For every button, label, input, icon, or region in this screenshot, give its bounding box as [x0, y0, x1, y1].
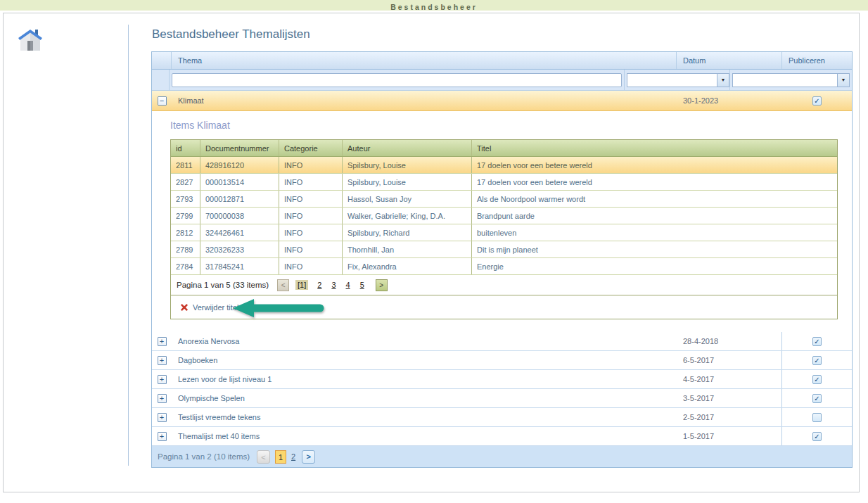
items-pager-status: Pagina 1 van 5 (33 items): [177, 281, 269, 289]
grid-header-row: Thema Datum Publiceren: [152, 52, 852, 70]
dropdown-arrow-icon: ▼: [721, 77, 726, 82]
page-container: Bestandsbeheer Themalijsten Thema Datum …: [3, 13, 860, 492]
table-row-dagboeken[interactable]: + Dagboeken 6-5-2017 ✓: [152, 351, 852, 370]
datum-dropdown-button[interactable]: ▼: [717, 74, 729, 87]
datum-filter-input[interactable]: [627, 74, 717, 87]
items-column-id[interactable]: id: [171, 140, 200, 156]
grid-filter-row: ▼ ▼: [152, 70, 852, 91]
grid-pager-current-page: 1: [275, 450, 286, 464]
column-header-thema[interactable]: Thema: [172, 52, 677, 69]
page-title: Bestandsbeheer Themalijsten: [152, 27, 310, 42]
home-button[interactable]: [16, 26, 44, 53]
row-date: 4-5-2017: [677, 370, 782, 388]
expand-button[interactable]: +: [158, 413, 167, 422]
publiceren-checkbox[interactable]: ✓: [812, 432, 822, 441]
item-row[interactable]: 2827 000013514 INFO Spilsbury, Louise 17…: [171, 174, 837, 191]
expand-button[interactable]: +: [158, 432, 167, 441]
row-date: 2-5-2017: [677, 408, 782, 426]
publiceren-checkbox[interactable]: ✓: [812, 96, 822, 106]
grid-pager-status: Pagina 1 van 2 (10 items): [158, 452, 250, 461]
items-pager: Pagina 1 van 5 (33 items) < [1] 2 3 4 5 …: [171, 275, 837, 295]
items-column-tit[interactable]: Titel: [472, 140, 837, 156]
app-header-bar: Bestandsbeheer: [0, 0, 868, 11]
items-column-cat[interactable]: Categorie: [279, 140, 343, 156]
delete-x-icon: [180, 303, 189, 312]
item-row[interactable]: 2812 324426461 INFO Spilsbury, Richard b…: [171, 224, 837, 241]
thema-filter-input[interactable]: [172, 73, 622, 87]
publiceren-checkbox[interactable]: ✓: [812, 337, 822, 346]
row-date: 1-5-2017: [677, 427, 782, 445]
item-row[interactable]: 2793 000012871 INFO Hassol, Susan Joy Al…: [171, 191, 837, 208]
publiceren-filter-combo: ▼: [732, 73, 850, 87]
publiceren-checkbox[interactable]: ✓: [812, 375, 822, 384]
collapse-button[interactable]: −: [158, 96, 167, 106]
row-label: Themalijst met 40 items: [172, 427, 677, 445]
table-row-themalijst-met-40-items[interactable]: + Themalijst met 40 items 1-5-2017 ✓: [152, 427, 852, 446]
column-header-datum[interactable]: Datum: [677, 52, 782, 69]
row-date: 30-1-2023: [677, 91, 782, 110]
row-label: Klimaat: [172, 91, 677, 110]
table-row-olympische-spelen[interactable]: + Olympische Spelen 3-5-2017 ✓: [152, 389, 852, 408]
item-row[interactable]: 2784 317845241 INFO Fix, Alexandra Energ…: [171, 258, 837, 275]
items-pager-page-link[interactable]: 5: [360, 281, 364, 289]
table-row-testlijst-vreemde-tekens[interactable]: + Testlijst vreemde tekens 2-5-2017: [152, 408, 852, 427]
column-header-publiceren[interactable]: Publiceren: [782, 52, 852, 69]
table-row-lezen-voor-de-lijst[interactable]: + Lezen voor de lijst niveau 1 4-5-2017 …: [152, 370, 852, 389]
items-pager-current-page: [1]: [295, 280, 308, 290]
publiceren-checkbox[interactable]: ✓: [812, 356, 822, 365]
items-pager-page-link[interactable]: 3: [331, 281, 336, 289]
table-row-anorexia-nervosa[interactable]: + Anorexia Nervosa 28-4-2018 ✓: [152, 332, 852, 351]
row-label: Testlijst vreemde tekens: [172, 408, 677, 426]
sidebar-divider: [128, 25, 129, 466]
grid-pager-next-button[interactable]: >: [302, 450, 315, 464]
dropdown-arrow-icon: ▼: [841, 77, 846, 82]
row-label: Lezen voor de lijst niveau 1: [172, 370, 677, 388]
publiceren-dropdown-button[interactable]: ▼: [837, 74, 849, 87]
row-label: Olympische Spelen: [172, 389, 677, 407]
item-row[interactable]: 2789 320326233 INFO Thornhill, Jan Dit i…: [171, 241, 837, 258]
datum-filter-combo: ▼: [627, 73, 729, 87]
table-row-klimaat[interactable]: − Klimaat 30-1-2023 ✓: [152, 91, 852, 111]
item-row[interactable]: 2799 700000038 INFO Walker, Gabrielle; K…: [171, 208, 837, 224]
expand-button[interactable]: +: [158, 337, 167, 346]
items-pager-page-link[interactable]: 4: [346, 281, 350, 289]
grid-header-expand-cell: [152, 52, 172, 69]
item-row[interactable]: 2811 428916120 INFO Spilsbury, Louise 17…: [171, 157, 837, 174]
publiceren-filter-input[interactable]: [733, 74, 837, 87]
row-label: Anorexia Nervosa: [172, 332, 677, 350]
expand-button[interactable]: +: [158, 375, 167, 384]
row-date: 3-5-2017: [677, 389, 782, 407]
grid-pager: Pagina 1 van 2 (10 items) < 1 2 >: [152, 446, 852, 467]
grid-pager-prev-button[interactable]: <: [257, 450, 270, 464]
annotation-arrow-icon: [231, 297, 333, 319]
detail-zone: Items Klimaat id Documentnummer Categori…: [152, 111, 852, 332]
app-header-title: Bestandsbeheer: [390, 3, 478, 11]
items-grid: id Documentnummer Categorie Auteur Titel…: [170, 139, 838, 319]
detail-title: Items Klimaat: [170, 120, 230, 131]
home-icon: [16, 26, 44, 53]
expand-button[interactable]: +: [158, 356, 167, 365]
filter-expand-cell: [152, 70, 170, 90]
items-column-doc[interactable]: Documentnummer: [200, 140, 279, 156]
row-date: 28-4-2018: [677, 332, 782, 350]
items-pager-prev-button[interactable]: <: [277, 279, 289, 291]
items-column-aut[interactable]: Auteur: [343, 140, 472, 156]
row-label: Dagboeken: [172, 351, 677, 369]
items-pager-next-button[interactable]: >: [376, 279, 388, 291]
themalijsten-grid: Thema Datum Publiceren ▼: [151, 51, 853, 468]
publiceren-checkbox[interactable]: [812, 413, 822, 422]
row-date: 6-5-2017: [677, 351, 782, 369]
items-pager-page-link[interactable]: 2: [317, 281, 321, 289]
publiceren-checkbox[interactable]: ✓: [812, 394, 822, 403]
items-header-row: id Documentnummer Categorie Auteur Titel: [171, 140, 837, 157]
expand-button[interactable]: +: [158, 394, 167, 403]
grid-pager-page-link[interactable]: 2: [291, 452, 295, 461]
